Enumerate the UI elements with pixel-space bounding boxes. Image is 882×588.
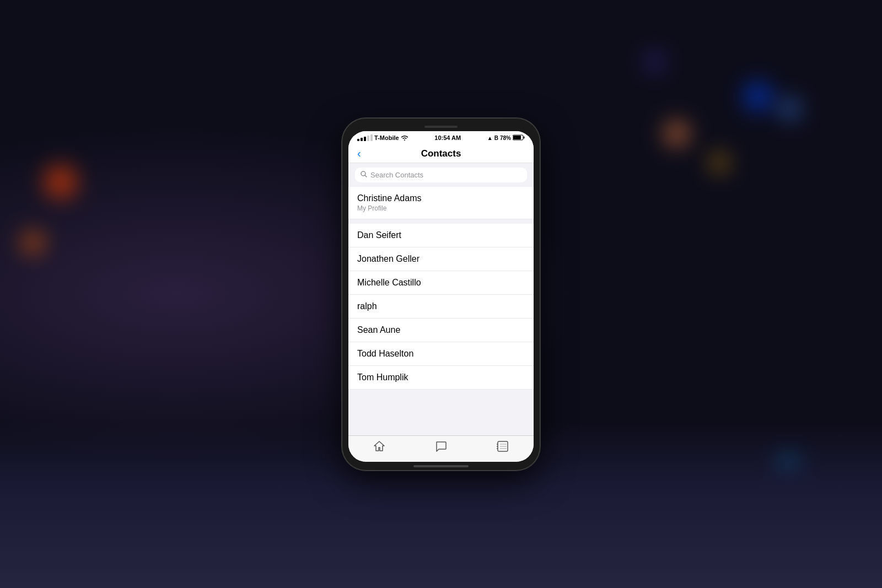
signal-dot-4: [367, 136, 369, 141]
section-gap-1: [348, 219, 534, 224]
wifi-icon: [401, 134, 408, 142]
contact-name-5: Sean Aune: [357, 325, 525, 335]
bokeh-light-5: [664, 121, 689, 146]
home-indicator: [413, 465, 469, 467]
contact-item-3[interactable]: Michelle Castillo: [348, 271, 534, 295]
bokeh-light-1: [44, 165, 77, 198]
nav-title: Contacts: [421, 148, 461, 159]
contact-name-2: Jonathen Geller: [357, 254, 525, 264]
contact-name-3: Michelle Castillo: [357, 278, 525, 288]
bokeh-light-2: [22, 231, 44, 253]
phone-bottom: [348, 464, 534, 468]
contact-item-4[interactable]: ralph: [348, 295, 534, 319]
contact-item-6[interactable]: Todd Haselton: [348, 342, 534, 366]
signal-dot-2: [361, 138, 363, 141]
bokeh-light-7: [648, 55, 662, 69]
signal-dot-3: [364, 137, 366, 141]
contact-item-7[interactable]: Tom Humplik: [348, 366, 534, 390]
bokeh-light-6: [711, 154, 728, 171]
contact-subtitle-0: My Profile: [357, 204, 525, 212]
status-time: 10:54 AM: [434, 134, 461, 141]
bluetooth-icon: ▲: [487, 135, 493, 141]
battery-icon: [513, 134, 525, 142]
status-right: ▲ B 78%: [487, 134, 525, 142]
contact-item-2[interactable]: Jonathen Geller: [348, 247, 534, 271]
back-button[interactable]: ‹: [357, 147, 361, 160]
tab-home[interactable]: [373, 440, 385, 455]
contact-item-5[interactable]: Sean Aune: [348, 319, 534, 342]
nav-bar: ‹ Contacts: [348, 144, 534, 163]
contacts-icon: [497, 440, 509, 455]
svg-rect-1: [524, 136, 525, 138]
phone-screen: T-Mobile 10:54 AM ▲ B 78%: [348, 131, 534, 462]
tab-messages[interactable]: [435, 440, 447, 455]
contact-name-0: Christine Adams: [357, 193, 525, 203]
svg-line-4: [365, 175, 367, 177]
phone-device: T-Mobile 10:54 AM ▲ B 78%: [342, 118, 540, 471]
phone-in-hand: T-Mobile 10:54 AM ▲ B 78%: [342, 118, 540, 471]
contact-item-1[interactable]: Dan Seifert: [348, 224, 534, 247]
signal-dot-5: [370, 134, 373, 141]
bluetooth-label: B: [494, 135, 498, 141]
tab-bar: [348, 435, 534, 462]
contact-name-4: ralph: [357, 301, 525, 311]
status-bar: T-Mobile 10:54 AM ▲ B 78%: [348, 131, 534, 144]
carrier-label: T-Mobile: [374, 134, 399, 141]
tab-contacts[interactable]: [497, 440, 509, 455]
contact-name-6: Todd Haselton: [357, 349, 525, 359]
phone-speaker: [424, 126, 458, 128]
signal-dot-1: [357, 139, 359, 141]
contact-name-7: Tom Humplik: [357, 373, 525, 382]
home-icon: [373, 440, 385, 455]
contact-name-1: Dan Seifert: [357, 230, 525, 240]
phone-top-bar: [348, 125, 534, 129]
messages-icon: [435, 440, 447, 455]
battery-percent: 78%: [500, 135, 511, 141]
search-container: Search Contacts: [348, 163, 534, 187]
search-icon: [361, 171, 367, 179]
signal-dots: [357, 134, 373, 141]
svg-rect-2: [513, 136, 521, 139]
status-left: T-Mobile: [357, 134, 408, 142]
search-placeholder: Search Contacts: [370, 171, 423, 179]
bokeh-light-3: [744, 83, 772, 110]
contact-item-profile[interactable]: Christine Adams My Profile: [348, 187, 534, 219]
contacts-list: Christine Adams My Profile Dan Seifert J…: [348, 187, 534, 435]
search-bar[interactable]: Search Contacts: [355, 168, 527, 182]
bokeh-light-4: [780, 99, 799, 118]
